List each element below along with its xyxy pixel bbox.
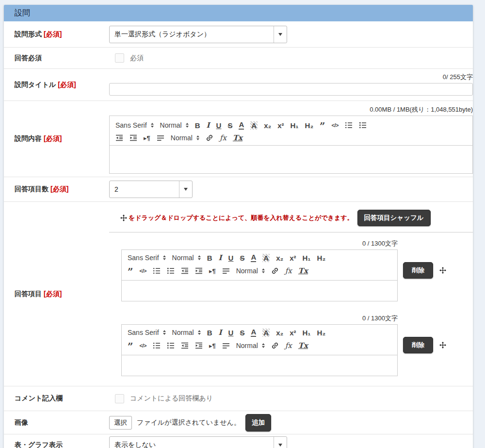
comment-field-checkbox[interactable] bbox=[115, 394, 124, 403]
blockquote-icon[interactable]: ” bbox=[320, 121, 325, 131]
bullet-list-icon[interactable] bbox=[359, 121, 367, 129]
code-block-icon[interactable]: </> bbox=[140, 343, 146, 348]
outdent-icon[interactable] bbox=[181, 342, 189, 349]
text-color-icon[interactable]: A bbox=[251, 328, 256, 337]
link-icon[interactable] bbox=[271, 342, 279, 349]
editor-content[interactable] bbox=[122, 355, 397, 376]
bold-icon[interactable]: B bbox=[207, 254, 212, 262]
header-1-icon[interactable]: H₁ bbox=[303, 254, 311, 262]
file-select-button[interactable]: 選択 bbox=[109, 416, 132, 430]
superscript-icon[interactable]: x² bbox=[290, 329, 296, 336]
caret-down-icon bbox=[278, 33, 282, 36]
superscript-icon[interactable]: x² bbox=[277, 122, 284, 129]
ordered-list-icon[interactable] bbox=[345, 121, 353, 129]
question-format-select[interactable]: 単一選択形式（ラジオボタン） bbox=[109, 26, 287, 43]
header-2-icon[interactable]: H₂ bbox=[317, 254, 326, 262]
header-2-icon[interactable]: H₂ bbox=[305, 122, 314, 129]
rich-text-toolbar: Sans Serif Normal B I U S A A x₂ x² H₁ H… bbox=[110, 116, 472, 146]
text-direction-icon[interactable]: ▸¶ bbox=[209, 268, 216, 274]
italic-icon[interactable]: I bbox=[207, 122, 210, 129]
outdent-icon[interactable] bbox=[181, 267, 189, 275]
highlight-color-icon[interactable]: A bbox=[262, 329, 270, 337]
header-1-icon[interactable]: H₁ bbox=[303, 329, 311, 336]
strikethrough-icon[interactable]: S bbox=[240, 329, 244, 336]
required-tag: [必須] bbox=[44, 290, 62, 298]
answer-item: 0 / 1300文字 Sans Serif Normal B I U S A A… bbox=[121, 239, 473, 301]
italic-icon[interactable]: I bbox=[219, 329, 222, 336]
italic-icon[interactable]: I bbox=[219, 254, 222, 262]
toolbar-row: Sans Serif Normal B I U S A A x₂ x² H₁ H… bbox=[115, 119, 467, 131]
subscript-icon[interactable]: x₂ bbox=[264, 122, 271, 129]
paragraph-style-select[interactable]: Normal bbox=[160, 121, 189, 129]
add-image-button[interactable]: 追加 bbox=[245, 414, 271, 431]
answer-required-checkbox[interactable] bbox=[115, 53, 124, 63]
drag-handle-icon[interactable] bbox=[439, 267, 446, 274]
align-icon[interactable] bbox=[157, 134, 164, 142]
editor-content[interactable] bbox=[110, 146, 472, 173]
paragraph-style-select[interactable]: Normal bbox=[172, 329, 201, 336]
header-1-icon[interactable]: H₁ bbox=[291, 122, 299, 129]
text-direction-icon[interactable]: ▸¶ bbox=[144, 135, 150, 141]
code-block-icon[interactable]: </> bbox=[140, 268, 146, 274]
highlight-color-icon[interactable]: A bbox=[250, 121, 258, 130]
text-color-icon[interactable]: A bbox=[239, 121, 244, 130]
blockquote-icon[interactable]: ” bbox=[128, 342, 133, 351]
comment-field-row: コメント記入欄 コメントによる回答欄あり bbox=[4, 386, 473, 411]
strikethrough-icon[interactable]: S bbox=[227, 122, 232, 129]
delete-answer-item-button[interactable]: 削除 bbox=[403, 337, 433, 353]
outdent-icon[interactable] bbox=[115, 134, 123, 142]
delete-answer-item-button[interactable]: 削除 bbox=[403, 262, 433, 279]
code-block-icon[interactable]: </> bbox=[332, 123, 339, 128]
drag-handle-icon[interactable] bbox=[439, 342, 446, 348]
align-icon[interactable] bbox=[222, 342, 230, 349]
bullet-list-icon[interactable] bbox=[167, 342, 175, 349]
toolbar-row: Sans Serif Normal B I U S A A x₂ x² H₁ H… bbox=[128, 253, 391, 262]
bold-icon[interactable]: B bbox=[195, 122, 200, 129]
ordered-list-icon[interactable] bbox=[153, 267, 161, 275]
clear-formatting-icon[interactable]: Tx bbox=[298, 267, 308, 275]
paragraph-style-select[interactable]: Normal bbox=[172, 254, 201, 262]
text-color-icon[interactable]: A bbox=[251, 253, 256, 262]
highlight-color-icon[interactable]: A bbox=[262, 254, 270, 262]
question-format-value: 単一選択形式（ラジオボタン） bbox=[110, 30, 274, 39]
rich-text-toolbar: Sans Serif Normal B I U S A A x₂ x² H₁ H… bbox=[122, 250, 397, 281]
font-size-select[interactable]: Normal bbox=[236, 267, 265, 275]
link-icon[interactable] bbox=[271, 267, 279, 275]
blockquote-icon[interactable]: ” bbox=[128, 267, 133, 277]
subscript-icon[interactable]: x₂ bbox=[276, 254, 283, 262]
bold-icon[interactable]: B bbox=[207, 329, 212, 336]
file-status-text: ファイルが選択されていません。 bbox=[137, 418, 241, 427]
subscript-icon[interactable]: x₂ bbox=[276, 329, 283, 336]
indent-icon[interactable] bbox=[195, 342, 203, 349]
clear-formatting-icon[interactable]: Tx bbox=[233, 134, 242, 142]
answer-item-count-select[interactable]: 2 bbox=[109, 181, 193, 198]
font-size-select[interactable]: Normal bbox=[171, 134, 199, 142]
chart-display-select[interactable]: 表示をしない bbox=[109, 436, 287, 448]
shuffle-answer-items-button[interactable]: 回答項目シャッフル bbox=[357, 210, 431, 226]
answer-required-checkbox-label: 必須 bbox=[130, 54, 144, 63]
required-tag: [必須] bbox=[44, 134, 62, 142]
font-size-select[interactable]: Normal bbox=[236, 342, 265, 349]
link-icon[interactable] bbox=[206, 134, 213, 142]
formula-icon[interactable]: ƒx bbox=[285, 342, 292, 349]
underline-icon[interactable]: U bbox=[228, 254, 234, 262]
editor-content[interactable] bbox=[122, 281, 397, 301]
header-2-icon[interactable]: H₂ bbox=[317, 329, 326, 336]
text-direction-icon[interactable]: ▸¶ bbox=[209, 343, 216, 349]
underline-icon[interactable]: U bbox=[216, 122, 222, 129]
font-family-select[interactable]: Sans Serif bbox=[115, 121, 154, 129]
indent-icon[interactable] bbox=[195, 267, 203, 275]
font-family-select[interactable]: Sans Serif bbox=[128, 329, 166, 336]
clear-formatting-icon[interactable]: Tx bbox=[298, 342, 308, 349]
indent-icon[interactable] bbox=[129, 134, 137, 142]
strikethrough-icon[interactable]: S bbox=[240, 254, 244, 262]
font-family-select[interactable]: Sans Serif bbox=[128, 254, 166, 262]
align-icon[interactable] bbox=[222, 267, 230, 275]
underline-icon[interactable]: U bbox=[228, 329, 234, 336]
superscript-icon[interactable]: x² bbox=[290, 254, 296, 262]
formula-icon[interactable]: ƒx bbox=[285, 267, 292, 275]
formula-icon[interactable]: ƒx bbox=[220, 134, 226, 142]
bullet-list-icon[interactable] bbox=[167, 267, 175, 275]
ordered-list-icon[interactable] bbox=[153, 342, 161, 349]
question-title-input[interactable] bbox=[109, 83, 473, 96]
